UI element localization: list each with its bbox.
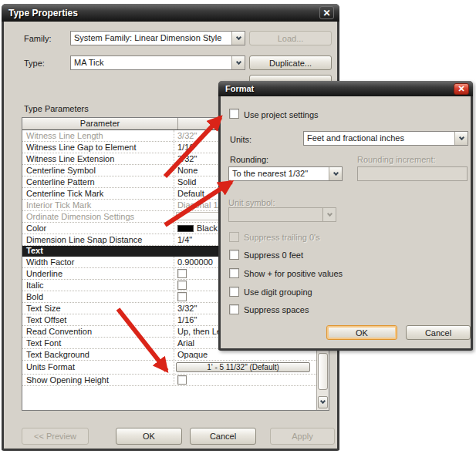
param-name: Show Opening Height	[22, 375, 174, 385]
type-parameters-label: Type Parameters	[24, 104, 89, 113]
param-name: Width Factor	[22, 257, 174, 267]
format-option-label: Show + for positive values	[244, 269, 343, 278]
table-row[interactable]: Text BackgroundOpaque	[22, 349, 316, 361]
param-checkbox[interactable]	[177, 281, 187, 290]
screenshot-stage: Type Properties ✕ Family: System Family:…	[0, 0, 476, 457]
param-name: Text Font	[22, 338, 174, 348]
type-label: Type:	[24, 59, 45, 68]
table-row[interactable]: Show Opening Height	[22, 375, 316, 386]
rounding-increment-field[interactable]	[357, 166, 468, 181]
format-option-checkbox[interactable]	[229, 287, 239, 297]
rounding-value: To the nearest 1/32"	[232, 169, 326, 178]
scrollbar-thumb[interactable]	[318, 353, 328, 390]
param-value-cell	[174, 375, 316, 385]
group-header-label: Text	[26, 246, 43, 255]
chevron-down-icon[interactable]	[231, 32, 245, 45]
close-icon[interactable]: ✕	[319, 6, 334, 19]
color-swatch	[177, 225, 194, 232]
load-button[interactable]: Load...	[249, 31, 332, 45]
type-properties-titlebar[interactable]: Type Properties ✕	[2, 4, 339, 22]
rounding-label: Rounding:	[230, 155, 268, 164]
duplicate-button-label: Duplicate...	[269, 59, 312, 68]
param-name: Interior Tick Mark	[22, 200, 174, 210]
format-ok-button[interactable]: OK	[326, 325, 397, 340]
family-value: System Family: Linear Dimension Style	[74, 33, 229, 42]
format-option-checkbox	[229, 232, 239, 242]
format-dialog-window: Format ✕ Use project settings Units: Fee…	[218, 81, 473, 351]
param-name: Read Convention	[22, 326, 174, 337]
chevron-down-icon[interactable]	[454, 132, 468, 145]
param-name: Underline	[22, 268, 174, 279]
format-ok-button-label: OK	[356, 328, 368, 338]
units-label: Units:	[230, 135, 252, 144]
param-name: Color	[22, 223, 174, 234]
ok-button-label: OK	[143, 432, 155, 441]
close-icon[interactable]: ✕	[454, 83, 469, 95]
use-project-settings-checkbox[interactable]	[229, 109, 239, 119]
format-cancel-button[interactable]: Cancel	[406, 325, 471, 340]
param-name: Centerline Symbol	[22, 165, 174, 176]
param-name: Units Format	[22, 361, 174, 374]
ok-button[interactable]: OK	[116, 428, 182, 445]
type-properties-title: Type Properties	[2, 8, 78, 18]
format-dialog-titlebar[interactable]: Format ✕	[218, 81, 473, 96]
param-name: Dimension Line Snap Distance	[22, 234, 174, 245]
table-row[interactable]: Units Format1' - 5 11/32" (Default)	[22, 361, 316, 375]
param-name: Witness Line Gap to Element	[22, 142, 174, 153]
apply-button[interactable]: Apply	[270, 428, 335, 445]
format-option-checkbox[interactable]	[229, 250, 239, 260]
param-checkbox[interactable]	[177, 292, 187, 301]
format-option-label: Suppress 0 feet	[244, 250, 303, 260]
type-combobox[interactable]: MA Tick	[70, 55, 245, 70]
param-value-cell: 1' - 5 11/32" (Default)	[174, 361, 316, 374]
param-value[interactable]: Opaque	[174, 349, 316, 360]
param-name: Witness Line Length	[22, 130, 174, 141]
param-name: Bold	[22, 291, 174, 302]
chevron-down-icon[interactable]	[231, 56, 245, 69]
load-button-label: Load...	[278, 34, 304, 43]
param-name: Centerline Tick Mark	[22, 188, 174, 199]
param-name: Italic	[22, 280, 174, 291]
cancel-button[interactable]: Cancel	[190, 428, 256, 445]
type-value: MA Tick	[74, 58, 229, 67]
apply-button-label: Apply	[292, 432, 313, 441]
param-name: Text Size	[22, 303, 174, 314]
parameter-column-header: Parameter	[22, 118, 178, 129]
cancel-button-label: Cancel	[210, 432, 236, 441]
param-name: Centerline Pattern	[22, 176, 174, 187]
scroll-down-button[interactable]	[318, 396, 328, 408]
chevron-down-icon[interactable]	[329, 167, 342, 180]
format-option-label: Suppress spaces	[244, 305, 309, 314]
family-combobox[interactable]: System Family: Linear Dimension Style	[70, 31, 245, 45]
param-name: Text Background	[22, 349, 174, 360]
param-value: Black	[197, 223, 218, 233]
format-option-checkbox[interactable]	[229, 268, 239, 278]
family-label: Family:	[24, 34, 51, 43]
format-option-label: Suppress trailing 0's	[244, 233, 320, 242]
param-name: Ordinate Dimension Settings	[22, 211, 174, 222]
param-checkbox[interactable]	[177, 375, 187, 385]
duplicate-button[interactable]: Duplicate...	[249, 55, 332, 70]
rounding-combobox[interactable]: To the nearest 1/32"	[228, 166, 343, 181]
format-option-checkbox[interactable]	[229, 304, 239, 314]
param-name: Witness Line Extension	[22, 153, 174, 164]
format-cancel-button-label: Cancel	[425, 328, 451, 338]
units-value: Feet and fractional inches	[307, 133, 452, 143]
chevron-down-icon	[322, 208, 336, 221]
format-dialog-title: Format	[218, 84, 254, 93]
unit-symbol-combobox[interactable]	[228, 207, 336, 222]
param-checkbox[interactable]	[177, 269, 187, 278]
param-name: Text Offset	[22, 314, 174, 325]
preview-button[interactable]: << Preview	[22, 428, 89, 445]
units-format-value-button[interactable]: 1' - 5 11/32" (Default)	[176, 362, 310, 372]
use-project-settings-label: Use project settings	[244, 110, 319, 119]
unit-symbol-label: Unit symbol:	[228, 198, 275, 207]
rounding-increment-label: Rounding increment:	[357, 155, 436, 164]
units-combobox[interactable]: Feet and fractional inches	[303, 131, 468, 146]
format-option-label: Use digit grouping	[244, 287, 312, 297]
preview-button-label: << Preview	[34, 432, 76, 441]
